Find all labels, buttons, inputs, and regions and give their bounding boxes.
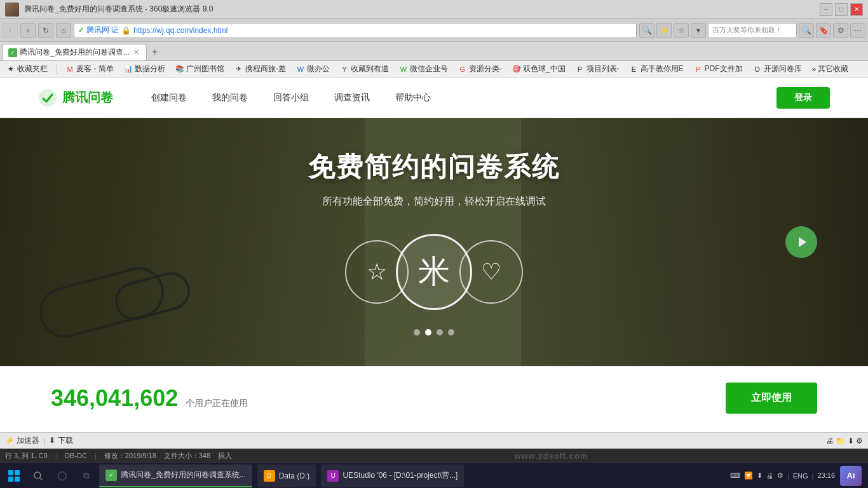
bookmark-item-library[interactable]: 📚 广州图书馆: [173, 62, 227, 76]
bookmark-label: 麦客 - 简单: [76, 64, 114, 74]
youdao-icon: Y: [340, 65, 349, 74]
office-icon: W: [296, 65, 305, 74]
bookmark-item-ctrip[interactable]: ✈ 携程商旅-差: [232, 62, 288, 76]
bookmark-label: 高手教你用E: [641, 64, 684, 74]
address-bar[interactable]: ✓ 腾讯网 证 🔒 https://wj.qq.com/index.html: [74, 23, 637, 38]
collect-button[interactable]: 🔖: [816, 23, 831, 38]
close-button[interactable]: ✕: [850, 3, 863, 16]
bookmark-label: 携程商旅-差: [245, 64, 286, 74]
nav-help[interactable]: 帮助中心: [395, 92, 431, 104]
search-placeholder: 百万大奖等你来领取！: [712, 25, 782, 35]
star-button[interactable]: ☆: [674, 23, 689, 38]
tray-icon3[interactable]: ⬇: [757, 471, 763, 480]
maike-icon: M: [65, 65, 74, 74]
lightning-button[interactable]: ⚡: [656, 23, 672, 38]
bookmark-item-youdao[interactable]: Y 收藏到有道: [337, 62, 391, 76]
taskbar-search[interactable]: [27, 464, 50, 487]
master-icon: E: [630, 65, 639, 74]
active-tab[interactable]: ✓ 腾讯问卷_免费好用的问卷调查... ✕: [3, 44, 147, 60]
nav-group[interactable]: 回答小组: [273, 92, 309, 104]
forward-button[interactable]: ›: [20, 23, 36, 38]
ai-button[interactable]: Ai: [840, 466, 862, 486]
bookmark-label: 开源问卷库: [764, 64, 802, 74]
tray-icon5[interactable]: ⚙: [777, 471, 783, 480]
taskbar-app-browser[interactable]: ✓ 腾讯问卷_免费好用的问卷调查系统...: [99, 464, 252, 487]
green-cursor: [785, 226, 817, 258]
nav-survey[interactable]: 调查资讯: [334, 92, 370, 104]
bookmark-item-lottery[interactable]: 🎯 双色球_中国: [510, 62, 568, 76]
hero-dot-1[interactable]: [414, 329, 420, 336]
pdf-icon: P: [694, 65, 703, 74]
site-nav: 创建问卷 我的问卷 回答小组 调查资讯 帮助中心: [151, 92, 776, 104]
new-tab-button[interactable]: +: [147, 44, 163, 60]
taskbar-cortana[interactable]: ⬡: [51, 464, 74, 487]
bookmark-item-maike[interactable]: M 麦客 - 简单: [63, 62, 116, 76]
tab-label: 腾讯问卷_免费好用的问卷调查...: [20, 47, 130, 58]
hero-dot-3[interactable]: [437, 329, 443, 336]
settings-button[interactable]: ⚙: [833, 23, 848, 38]
maximize-button[interactable]: □: [835, 3, 848, 16]
hero-icons: ☆ 米 ♡: [308, 234, 560, 310]
nav-create[interactable]: 创建问卷: [151, 92, 187, 104]
hero-title: 免费简约的问卷系统: [308, 149, 560, 185]
refresh-button[interactable]: ↻: [38, 23, 53, 38]
tab-bar: ✓ 腾讯问卷_免费好用的问卷调查... ✕ +: [0, 42, 868, 61]
watermark: www.zdsoft.com: [240, 451, 863, 461]
menu-button[interactable]: ▾: [691, 23, 706, 38]
hero-dot-2[interactable]: [425, 329, 431, 336]
bookmark-item-opensurvey[interactable]: O 开源问卷库: [750, 62, 804, 76]
tray-icon1[interactable]: ⌨: [730, 471, 740, 480]
lang-label[interactable]: ENG: [793, 472, 808, 480]
tencent-link[interactable]: 腾讯网 证: [86, 25, 119, 36]
bookmark-label: 广州图书馆: [186, 64, 224, 74]
bookmark-item-projects[interactable]: P 项目列表-: [573, 62, 622, 76]
site-logo[interactable]: 腾讯问卷: [38, 88, 113, 107]
bookmark-item-more[interactable]: » 其它收藏: [810, 62, 851, 76]
tab-close-button[interactable]: ✕: [132, 48, 141, 57]
hero-dots: [308, 329, 560, 336]
search-button[interactable]: 🔍: [639, 23, 654, 38]
bookmark-label: 资源分类-: [469, 64, 502, 74]
taskbar-view[interactable]: ⧉: [75, 464, 98, 487]
bookmark-item-office[interactable]: W 微办公: [294, 62, 332, 76]
windows-icon: [8, 470, 20, 482]
hero-dot-4[interactable]: [448, 329, 454, 336]
browser-app-icon: ✓: [105, 470, 117, 481]
status-filesize: 文件大小：348: [164, 451, 210, 461]
logo-svg: [38, 88, 57, 107]
home-button[interactable]: ⌂: [56, 23, 71, 38]
taskbar-app-uestudio[interactable]: U UEStudio '06 - [D:\01-project\营...]: [321, 464, 464, 487]
clock-time: 23:16: [817, 471, 835, 480]
browser-search[interactable]: 百万大奖等你来领取！: [708, 23, 797, 38]
bookmark-label: 收藏夹栏: [17, 64, 48, 74]
search-taskbar-icon: [33, 471, 43, 481]
bookmark-item-master[interactable]: E 高手教你用E: [627, 62, 686, 76]
tray-icon2[interactable]: 🔽: [744, 471, 753, 480]
tray-icon4[interactable]: 🖨: [766, 472, 773, 480]
tab-favicon: ✓: [8, 48, 17, 57]
nav-my[interactable]: 我的问卷: [212, 92, 248, 104]
stats-label: 个用户正在使用: [186, 398, 248, 409]
bookmark-item-wechat[interactable]: W 微信企业号: [397, 62, 451, 76]
bookmark-label: PDF文件加: [705, 64, 743, 74]
back-button[interactable]: ‹: [3, 23, 18, 38]
system-clock[interactable]: 23:16: [817, 471, 835, 480]
opensurvey-icon: O: [753, 65, 762, 74]
cta-button[interactable]: 立即使用: [726, 383, 817, 414]
more-button[interactable]: ⋯: [850, 23, 865, 38]
search-submit[interactable]: 🔍: [799, 23, 814, 38]
url-text[interactable]: https://wj.qq.com/index.html: [133, 26, 227, 35]
status-icons: 🖨 📁 ⬇ ⚙: [826, 437, 863, 445]
bookmark-item-favorites[interactable]: ★ 收藏夹栏: [4, 62, 50, 76]
bookmark-item-pdf[interactable]: P PDF文件加: [691, 62, 745, 76]
bookmark-label: »: [812, 65, 817, 74]
website-content: 腾讯问卷 创建问卷 我的问卷 回答小组 调查资讯 帮助中心 登录: [0, 78, 868, 432]
bookmark-item-data[interactable]: 📊 数据分析: [121, 62, 168, 76]
taskbar-app-data[interactable]: D Data (D:): [257, 464, 316, 487]
tray-sep: |: [787, 472, 789, 480]
start-button[interactable]: [3, 464, 25, 487]
minimize-button[interactable]: ─: [820, 3, 832, 16]
bookmark-item-resource[interactable]: G 资源分类-: [456, 62, 505, 76]
login-button[interactable]: 登录: [776, 87, 830, 109]
browser-app-label: 腾讯问卷_免费好用的问卷调查系统...: [121, 470, 246, 480]
